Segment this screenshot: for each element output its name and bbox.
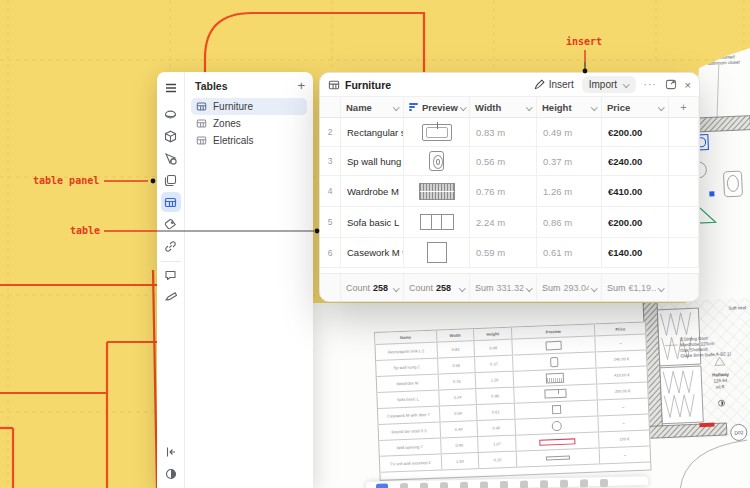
rail-divider (161, 261, 181, 262)
chevron-down-icon (526, 285, 532, 291)
cell-width[interactable]: 0.59 m (470, 238, 537, 268)
cell-name[interactable]: Rectangular sink L 2 (341, 118, 404, 147)
footer-count-name[interactable]: Count258 (341, 274, 404, 302)
cell-price[interactable]: €200.00 (602, 118, 669, 147)
row-number: 6 (320, 238, 341, 268)
collapse-icon[interactable] (161, 442, 181, 462)
close-icon[interactable]: × (685, 79, 691, 91)
tables-item-label: Zones (213, 118, 241, 129)
cell-height[interactable]: 1.26 m (537, 176, 602, 207)
tv-preview (546, 455, 570, 460)
cell-height[interactable]: 0.49 m (537, 118, 602, 147)
table-window-header: Furniture Insert Import ··· × (320, 73, 699, 97)
insert-button[interactable]: Insert (534, 79, 574, 90)
tables-item-label: Eletricals (213, 135, 254, 146)
cube-icon[interactable] (161, 126, 181, 146)
furniture-table-window: Furniture Insert Import ··· × Name Previ… (319, 72, 700, 302)
cell-name[interactable]: Casework M with d… (341, 238, 404, 268)
cell-height[interactable]: 0.61 m (537, 238, 602, 268)
theme-icon[interactable] (161, 464, 181, 484)
pencil-icon[interactable] (161, 287, 181, 307)
cell-height[interactable]: 0.86 m (537, 207, 602, 238)
more-options-button[interactable]: ··· (644, 79, 657, 90)
tables-panel: Tables + Furniture Zones Eletricals (157, 72, 313, 488)
toilet-preview (429, 151, 444, 171)
toolbar-icon[interactable] (580, 479, 588, 487)
add-table-button[interactable]: + (297, 81, 305, 91)
comment-icon[interactable] (161, 265, 181, 285)
toilet-preview (550, 356, 558, 366)
sofa-preview (420, 214, 454, 230)
app-window: Wall mounted bathroom closet 2 Sliding D… (0, 0, 750, 488)
footer-sum-height[interactable]: Sum293.04… (537, 274, 602, 302)
cell-width[interactable]: 0.56 m (470, 147, 537, 176)
toolbar-icon[interactable] (420, 483, 428, 488)
toolbar-icon[interactable] (520, 481, 528, 488)
cell-price[interactable]: €140.00 (602, 238, 669, 268)
pages-icon[interactable] (161, 170, 181, 190)
chevron-down-icon (623, 81, 629, 87)
casework-preview (427, 242, 447, 263)
footer-sum-price[interactable]: Sum€1,19… (602, 274, 669, 302)
column-header-width[interactable]: Width (470, 97, 537, 118)
cell-preview[interactable] (404, 176, 470, 207)
menu-icon[interactable] (161, 78, 181, 98)
toolbar-icon[interactable] (600, 479, 608, 487)
table-row[interactable]: 3 Sp wall hung 2 0.56 m 0.37 m €240.00 (320, 147, 699, 176)
cell-preview[interactable] (404, 118, 470, 147)
cell-preview[interactable] (404, 238, 470, 268)
blue-marker (709, 191, 714, 196)
table-row[interactable]: 4 Wardrobe M 0.76 m 1.26 m €410.00 (320, 176, 699, 207)
column-header-name[interactable]: Name (341, 97, 404, 118)
toolbar-icon[interactable] (560, 480, 568, 488)
cell-width[interactable]: 2.24 m (470, 207, 537, 238)
circle-preview (552, 420, 562, 430)
tables-item-eletricals[interactable]: Eletricals (191, 132, 307, 149)
column-header-height[interactable]: Height (537, 97, 602, 118)
add-column-button[interactable]: + (669, 97, 699, 118)
cell-price[interactable]: €200.00 (602, 207, 669, 238)
toolbar-icon[interactable] (440, 482, 448, 488)
cell-price[interactable]: €240.00 (602, 147, 669, 176)
cell-preview[interactable] (404, 147, 470, 176)
shapes-icon[interactable] (161, 104, 181, 124)
footer-sum-width[interactable]: Sum331.32… (470, 274, 537, 302)
column-header-price[interactable]: Price (602, 97, 669, 118)
table-row[interactable]: 6 Casework M with d… 0.59 m 0.61 m €140.… (320, 238, 699, 268)
cell-name[interactable]: Sofa basic L (341, 207, 404, 238)
tables-item-furniture[interactable]: Furniture (191, 98, 307, 115)
chevron-down-icon (658, 285, 664, 291)
wall-opening-accent (699, 422, 714, 427)
import-button[interactable]: Import (582, 76, 636, 93)
cursor-icon[interactable] (161, 148, 181, 168)
row-number-header (320, 97, 341, 118)
link-icon[interactable] (161, 236, 181, 256)
square-preview (552, 405, 561, 414)
row-number: 5 (320, 207, 341, 238)
column-header-preview[interactable]: Preview (404, 97, 470, 118)
insert-pen-icon (534, 79, 545, 90)
table-row[interactable]: 5 Sofa basic L 2.24 m 0.86 m €200.00 (320, 207, 699, 238)
footer-count-preview[interactable]: Count258 (404, 274, 470, 302)
toolbar-icon[interactable] (500, 481, 508, 488)
table-row[interactable]: 2 Rectangular sink L 2 0.83 m 0.49 m €20… (320, 118, 699, 147)
cell-width[interactable]: 0.76 m (470, 176, 537, 207)
cell-price[interactable]: €410.00 (602, 176, 669, 207)
cell-width[interactable]: 0.83 m (470, 118, 537, 147)
toolbar-icon[interactable] (540, 480, 548, 488)
toolbar-icon[interactable] (460, 482, 468, 488)
cell-preview[interactable] (404, 207, 470, 238)
expand-icon[interactable] (665, 79, 677, 90)
cursor-tool-icon[interactable] (376, 483, 388, 488)
cell-name[interactable]: Sp wall hung 2 (341, 147, 404, 176)
toolbar-icon[interactable] (400, 483, 408, 488)
sheet-table: NameWidthHeightPreviewPriceRectangular s… (374, 322, 652, 481)
tables-panel-title: Tables (195, 80, 227, 92)
tables-item-zones[interactable]: Zones (191, 115, 307, 132)
table-icon[interactable] (161, 192, 181, 212)
tag-icon[interactable] (161, 214, 181, 234)
cell-height[interactable]: 0.37 m (537, 147, 602, 176)
table-footer: Count258 Count258 Sum331.32… Sum293.04… … (320, 273, 699, 301)
toolbar-icon[interactable] (480, 481, 488, 488)
cell-name[interactable]: Wardrobe M (341, 176, 404, 207)
